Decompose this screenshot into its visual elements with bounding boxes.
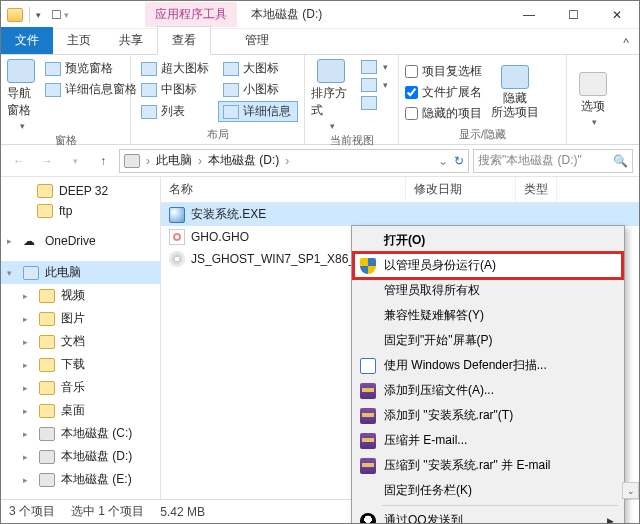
tree-deep32[interactable]: DEEP 32 xyxy=(1,181,160,201)
tree-pictures[interactable]: ▸图片 xyxy=(1,307,160,330)
view-extralarge[interactable]: 超大图标 xyxy=(137,59,217,78)
nav-tree[interactable]: DEEP 32 ftp ▸☁OneDrive ▾此电脑 ▸视频 ▸图片 ▸文档 … xyxy=(1,177,161,499)
window-title: 本地磁盘 (D:) xyxy=(251,6,507,23)
forward-button[interactable]: → xyxy=(35,149,59,173)
tab-view[interactable]: 查看 xyxy=(157,26,211,55)
view-list[interactable]: 列表 xyxy=(137,101,216,122)
ribbon-toggle-icon[interactable]: ^ xyxy=(613,32,639,54)
tab-manage[interactable]: 管理 xyxy=(231,27,283,54)
file-row[interactable]: 安装系统.EXE xyxy=(161,203,639,226)
sort-button[interactable]: 排序方式 ▾ xyxy=(311,59,351,131)
defender-icon xyxy=(360,358,376,374)
context-menu: 打开(O) 以管理员身份运行(A) 管理员取得所有权 兼容性疑难解答(Y) 固定… xyxy=(351,225,625,524)
tree-ftp[interactable]: ftp xyxy=(1,201,160,221)
cm-compress-rar-email[interactable]: 压缩到 "安装系统.rar" 并 E-mail xyxy=(354,453,622,478)
nav-pane-button[interactable]: 导航窗格 ▾ xyxy=(7,59,35,131)
view-medium[interactable]: 中图标 xyxy=(137,80,217,99)
cm-run-as-admin[interactable]: 以管理员身份运行(A) xyxy=(354,253,622,278)
status-selected: 选中 1 个项目 xyxy=(71,503,144,520)
rar-icon xyxy=(360,458,376,474)
qat-dropdown-icon[interactable]: ▾ xyxy=(36,10,41,20)
maximize-button[interactable]: ☐ xyxy=(551,1,595,29)
window-icon xyxy=(7,8,23,22)
iso-icon xyxy=(169,251,185,267)
tree-drive-e[interactable]: ▸本地磁盘 (E:) xyxy=(1,468,160,491)
address-bar[interactable]: › 此电脑 › 本地磁盘 (D:) › ⌄ ↻ xyxy=(119,149,469,173)
ribbon-group-current: 当前视图 xyxy=(311,131,392,148)
column-type[interactable]: 类型 xyxy=(516,177,557,202)
tree-onedrive[interactable]: ▸☁OneDrive xyxy=(1,231,160,251)
up-button[interactable]: ↑ xyxy=(91,149,115,173)
tree-documents[interactable]: ▸文档 xyxy=(1,330,160,353)
exe-icon xyxy=(169,207,185,223)
minimize-button[interactable]: — xyxy=(507,1,551,29)
nav-pane-label: 导航窗格 xyxy=(7,85,35,119)
cm-open[interactable]: 打开(O) xyxy=(354,228,622,253)
recent-dropdown[interactable]: ▾ xyxy=(63,149,87,173)
submenu-arrow-icon: ▶ xyxy=(607,516,614,525)
tab-file[interactable]: 文件 xyxy=(1,27,53,54)
tab-home[interactable]: 主页 xyxy=(53,27,105,54)
tree-thispc[interactable]: ▾此电脑 xyxy=(1,261,160,284)
cm-separator xyxy=(382,505,618,506)
tree-music[interactable]: ▸音乐 xyxy=(1,376,160,399)
cm-pin-taskbar[interactable]: 固定到任务栏(K) xyxy=(354,478,622,503)
file-ext-toggle[interactable]: 文件扩展名 xyxy=(405,83,482,102)
tree-drive-d[interactable]: ▸本地磁盘 (D:) xyxy=(1,445,160,468)
preview-pane-button[interactable]: 预览窗格 xyxy=(41,59,141,78)
status-count: 3 个项目 xyxy=(9,503,55,520)
cm-troubleshoot[interactable]: 兼容性疑难解答(Y) xyxy=(354,303,622,328)
close-button[interactable]: ✕ xyxy=(595,1,639,29)
drive-icon xyxy=(124,154,140,168)
qat-chevron-icon[interactable]: ▾ xyxy=(64,10,69,20)
ribbon-group-pane: 窗格 xyxy=(7,131,124,148)
details-pane-button[interactable]: 详细信息窗格 xyxy=(41,80,141,99)
cm-pin-start[interactable]: 固定到"开始"屏幕(P) xyxy=(354,328,622,353)
breadcrumb-drive[interactable]: 本地磁盘 (D:) xyxy=(208,152,279,169)
sort-label: 排序方式 xyxy=(311,85,351,119)
back-button[interactable]: ← xyxy=(7,149,31,173)
ribbon-group-layout: 布局 xyxy=(137,125,298,142)
tree-downloads[interactable]: ▸下载 xyxy=(1,353,160,376)
contextual-tab-label: 应用程序工具 xyxy=(145,2,237,27)
tree-desktop[interactable]: ▸桌面 xyxy=(1,399,160,422)
rar-icon xyxy=(360,408,376,424)
search-input[interactable]: 搜索"本地磁盘 (D:)" 🔍 xyxy=(473,149,633,173)
rar-icon xyxy=(360,433,376,449)
column-name[interactable]: 名称 xyxy=(161,177,406,202)
options-button[interactable]: 选项 ▾ xyxy=(573,59,613,140)
ribbon-group-showhide: 显示/隐藏 xyxy=(405,125,560,142)
gho-icon xyxy=(169,229,185,245)
rar-icon xyxy=(360,383,376,399)
status-size: 5.42 MB xyxy=(160,505,205,519)
cm-qq-send[interactable]: 通过QQ发送到▶ xyxy=(354,508,622,524)
view-details[interactable]: 详细信息 xyxy=(218,101,299,122)
groupby-button[interactable]: ▾ xyxy=(357,59,392,75)
cm-admin-ownership[interactable]: 管理员取得所有权 xyxy=(354,278,622,303)
search-icon: 🔍 xyxy=(613,154,628,168)
tab-share[interactable]: 共享 xyxy=(105,27,157,54)
cm-add-rar[interactable]: 添加到 "安装系统.rar"(T) xyxy=(354,403,622,428)
breadcrumb-thispc[interactable]: 此电脑 xyxy=(156,152,192,169)
cm-compress-email[interactable]: 压缩并 E-mail... xyxy=(354,428,622,453)
qat-props-icon[interactable]: ☐ xyxy=(51,8,62,22)
addcolumn-button[interactable]: ▾ xyxy=(357,77,392,93)
hidden-items-toggle[interactable]: 隐藏的项目 xyxy=(405,104,482,123)
view-small[interactable]: 小图标 xyxy=(219,80,299,99)
tree-scroll-down[interactable]: ⌄ xyxy=(622,482,639,499)
address-dropdown-icon[interactable]: ⌄ xyxy=(438,154,448,168)
hide-selected-button[interactable]: 隐藏 所选项目 xyxy=(488,59,542,125)
qq-icon xyxy=(360,513,376,525)
column-date[interactable]: 修改日期 xyxy=(406,177,516,202)
refresh-icon[interactable]: ↻ xyxy=(454,154,464,168)
cm-defender[interactable]: 使用 Windows Defender扫描... xyxy=(354,353,622,378)
sizecolumns-button[interactable] xyxy=(357,95,392,111)
onedrive-icon: ☁ xyxy=(23,234,39,248)
view-large[interactable]: 大图标 xyxy=(219,59,299,78)
pc-icon xyxy=(23,266,39,280)
tree-drive-c[interactable]: ▸本地磁盘 (C:) xyxy=(1,422,160,445)
shield-icon xyxy=(360,258,376,274)
tree-videos[interactable]: ▸视频 xyxy=(1,284,160,307)
item-checkboxes-toggle[interactable]: 项目复选框 xyxy=(405,62,482,81)
cm-add-archive[interactable]: 添加到压缩文件(A)... xyxy=(354,378,622,403)
